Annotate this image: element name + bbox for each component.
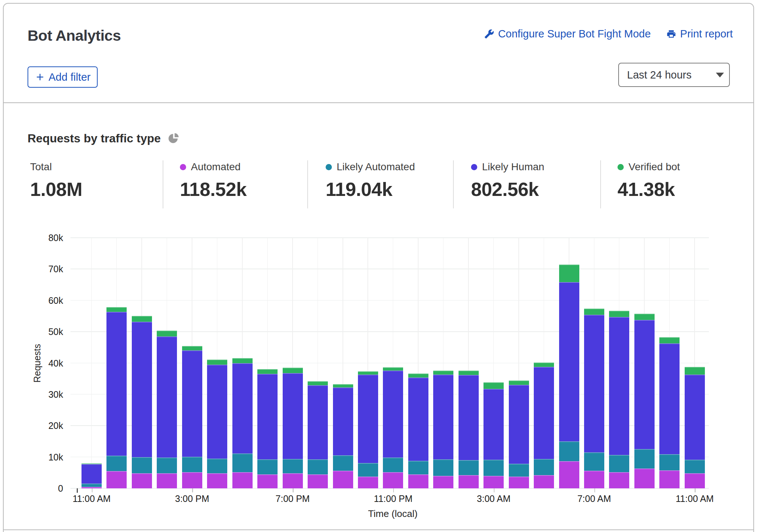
bar-10[interactable] xyxy=(333,384,353,488)
time-range-value: Last 24 hours xyxy=(627,69,692,81)
bar-segment-automated xyxy=(283,473,303,488)
x-tick xyxy=(494,488,495,492)
bar-segment-automated xyxy=(182,472,202,488)
header-links: Configure Super Bot Fight Mode Print rep… xyxy=(484,28,733,40)
header-divider xyxy=(3,102,754,103)
bar-segment-likely-human xyxy=(459,375,479,460)
bar-segment-likely-human xyxy=(232,363,253,453)
bar-7[interactable] xyxy=(257,369,278,488)
bar-segment-likely-human xyxy=(207,365,227,459)
bar-segment-likely-human xyxy=(358,375,378,463)
bar-0[interactable] xyxy=(82,463,102,488)
bar-segment-automated xyxy=(207,473,227,488)
bar-segment-likely-automated xyxy=(132,457,152,473)
bar-segment-verified-bot xyxy=(157,331,177,336)
bar-segment-verified-bot xyxy=(383,367,403,371)
bar-segment-likely-human xyxy=(308,385,328,459)
x-tick-label: 3:00 PM xyxy=(155,493,229,504)
bar-4[interactable] xyxy=(182,346,202,488)
y-tick-label: 70k xyxy=(0,264,63,274)
bar-5[interactable] xyxy=(207,360,227,488)
configure-link-label: Configure Super Bot Fight Mode xyxy=(498,28,651,40)
y-tick-label: 80k xyxy=(0,233,63,243)
bar-segment-likely-automated xyxy=(634,449,655,469)
gridline-h xyxy=(70,237,709,238)
bar-segment-likely-automated xyxy=(433,459,453,476)
bar-segment-verified-bot xyxy=(534,362,554,367)
bar-segment-likely-human xyxy=(132,322,152,457)
bar-segment-verified-bot xyxy=(408,374,428,378)
bar-22[interactable] xyxy=(634,314,655,488)
bar-segment-likely-human xyxy=(182,350,202,457)
x-tick-label: 11:00 AM xyxy=(55,493,128,504)
bar-2[interactable] xyxy=(132,316,152,488)
bar-18[interactable] xyxy=(534,362,554,488)
bar-11[interactable] xyxy=(358,371,378,488)
bar-12[interactable] xyxy=(383,367,403,488)
bar-segment-automated xyxy=(659,470,680,488)
bar-segment-likely-automated xyxy=(559,441,579,461)
bar-17[interactable] xyxy=(509,380,529,488)
stat-label: Verified bot xyxy=(629,161,680,173)
y-tick-label: 20k xyxy=(0,420,63,431)
time-range-select[interactable]: Last 24 hours xyxy=(618,63,730,87)
add-filter-label: Add filter xyxy=(48,71,90,83)
x-tick xyxy=(695,488,696,492)
bar-segment-automated xyxy=(584,471,604,488)
bar-segment-likely-automated xyxy=(584,452,604,471)
bar-segment-automated xyxy=(232,472,253,488)
bar-segment-likely-automated xyxy=(106,456,127,471)
bar-segment-likely-human xyxy=(433,375,453,459)
bar-1[interactable] xyxy=(106,307,127,488)
stat-label: Total xyxy=(30,161,52,173)
stat-value: 1.08M xyxy=(30,178,82,200)
bar-15[interactable] xyxy=(459,371,479,488)
bar-24[interactable] xyxy=(685,367,705,488)
bar-13[interactable] xyxy=(408,374,428,488)
x-tick xyxy=(594,488,595,492)
bar-segment-verified-bot xyxy=(232,358,253,364)
stat-likely-automated: Likely Automated119.04k xyxy=(326,161,415,200)
bar-segment-automated xyxy=(358,477,378,488)
legend-dot xyxy=(471,164,477,170)
bar-segment-automated xyxy=(383,472,403,488)
bar-segment-likely-automated xyxy=(182,457,202,472)
y-tick-label: 30k xyxy=(0,389,63,400)
bar-segment-verified-bot xyxy=(358,371,378,375)
bar-segment-likely-automated xyxy=(82,484,102,487)
pie-chart-icon xyxy=(167,133,179,144)
bar-20[interactable] xyxy=(584,309,604,488)
bar-23[interactable] xyxy=(659,337,680,488)
bar-16[interactable] xyxy=(483,382,504,488)
bar-14[interactable] xyxy=(433,371,453,488)
print-link-label: Print report xyxy=(680,28,733,40)
add-filter-button[interactable]: Add filter xyxy=(28,66,98,88)
bar-21[interactable] xyxy=(609,311,629,488)
bar-segment-likely-automated xyxy=(509,464,529,476)
bar-9[interactable] xyxy=(308,381,328,488)
configure-super-bot-fight-mode-link[interactable]: Configure Super Bot Fight Mode xyxy=(484,28,651,40)
bar-segment-verified-bot xyxy=(308,381,328,385)
bar-segment-likely-automated xyxy=(459,460,479,475)
bar-segment-likely-human xyxy=(534,367,554,459)
bar-segment-automated xyxy=(685,473,705,488)
bar-8[interactable] xyxy=(283,368,303,488)
legend-dot xyxy=(617,164,624,170)
bar-segment-likely-automated xyxy=(408,461,428,475)
bar-segment-likely-human xyxy=(509,385,529,464)
print-report-link[interactable]: Print report xyxy=(666,28,733,40)
stat-value: 41.38k xyxy=(617,178,680,200)
bar-segment-likely-automated xyxy=(232,453,253,472)
x-tick-label: 7:00 AM xyxy=(558,493,631,504)
bar-segment-likely-human xyxy=(106,312,127,456)
bar-6[interactable] xyxy=(232,358,253,488)
bar-segment-verified-bot xyxy=(509,380,529,385)
bar-19[interactable] xyxy=(559,265,579,488)
stat-divider xyxy=(453,160,454,208)
bar-3[interactable] xyxy=(157,331,177,488)
bar-segment-automated xyxy=(609,472,629,488)
stat-label: Likely Human xyxy=(482,161,544,173)
page-title: Bot Analytics xyxy=(28,27,121,44)
bar-segment-verified-bot xyxy=(132,316,152,321)
bar-segment-verified-bot xyxy=(433,371,453,375)
